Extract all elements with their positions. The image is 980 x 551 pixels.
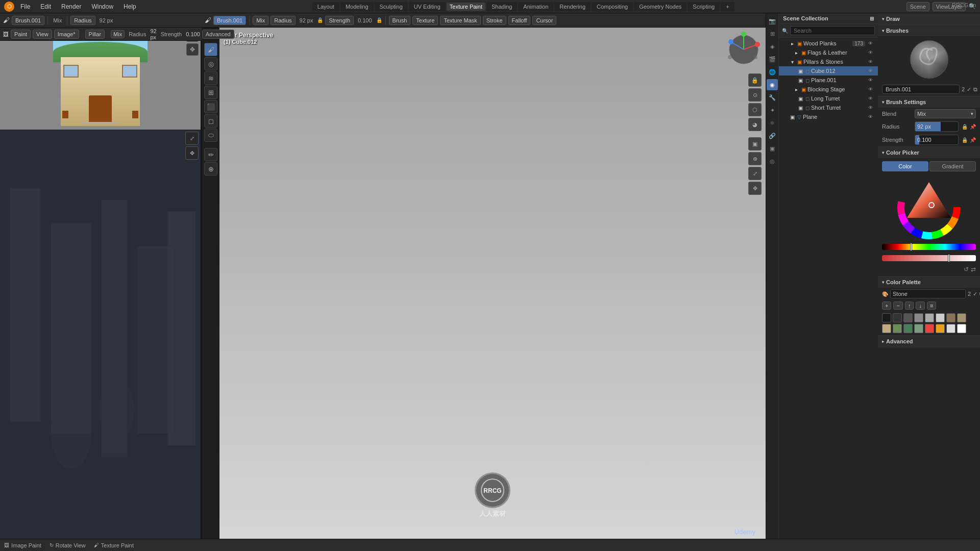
tab-geometry-nodes[interactable]: Geometry Nodes: [634, 2, 687, 11]
tab-uv-editing[interactable]: UV Editing: [409, 2, 446, 11]
swatch-13[interactable]: [936, 324, 945, 333]
tool-mask[interactable]: ⬭: [204, 129, 217, 142]
right-icon-object[interactable]: ◉: [767, 79, 778, 90]
tree-item-flags[interactable]: ▸ ▣ Flags & Leather 👁: [779, 48, 878, 57]
color-picker-header[interactable]: ▾ Color Picker: [878, 147, 980, 158]
tab-texture-paint[interactable]: Texture Paint: [447, 3, 485, 11]
tab-layout[interactable]: Layout: [312, 2, 339, 11]
vp-xray-btn[interactable]: ⬡: [748, 103, 762, 116]
tab-add[interactable]: +: [721, 2, 734, 11]
vp-shading-btn[interactable]: ◕: [748, 118, 762, 131]
image-btn[interactable]: Image*: [54, 30, 79, 39]
brush-selector[interactable]: Brush.001: [12, 16, 44, 25]
strength-lock-icon[interactable]: 🔒: [376, 17, 382, 23]
viewport-gizmo[interactable]: [726, 32, 762, 67]
right-icon-constraints[interactable]: 🔗: [767, 130, 778, 141]
tab-animation[interactable]: Animation: [518, 2, 553, 11]
brush-copy-btn[interactable]: ⧉: [973, 86, 977, 93]
swatch-3[interactable]: [914, 313, 923, 322]
palette-down-btn[interactable]: ↓: [916, 302, 925, 310]
paint-mode-btn[interactable]: Paint: [11, 30, 31, 39]
tree-item-short-turret[interactable]: ▣ ◻ Short Turret 👁: [779, 103, 878, 112]
tool-cursor[interactable]: ⊕: [204, 162, 217, 176]
tree-item-long-turret[interactable]: ▣ ◻ Long Turret 👁: [779, 94, 878, 103]
color-wheel[interactable]: [896, 174, 962, 241]
hue-bar[interactable]: [882, 244, 976, 250]
radius-slider[interactable]: 92 px: [915, 121, 959, 132]
radius-label[interactable]: Radius: [70, 16, 95, 25]
scene-search-input[interactable]: [790, 26, 875, 35]
palette-sort-btn[interactable]: ≡: [927, 302, 936, 310]
tool-smear[interactable]: ≋: [204, 71, 217, 85]
tree-vis-flags[interactable]: 👁: [867, 49, 874, 56]
tab-compositing[interactable]: Compositing: [592, 2, 633, 11]
strength-slider[interactable]: 0.100: [915, 135, 959, 145]
blend-vp[interactable]: Mix: [253, 16, 268, 25]
tab-rendering[interactable]: Rendering: [554, 2, 591, 11]
color-tab-gradient[interactable]: Gradient: [929, 161, 976, 171]
tree-vis-wood[interactable]: 👁: [867, 40, 874, 47]
swatch-14[interactable]: [946, 324, 955, 333]
palette-minus-btn[interactable]: −: [893, 302, 902, 310]
viewport-3d[interactable]: User Perspective (1) Cube.012 🔒 ⊙ ⬡ ◕ ▣ …: [219, 28, 766, 539]
swatch-0[interactable]: [882, 313, 891, 322]
tree-item-blocking[interactable]: ▸ ▣ Blocking Stage 👁: [779, 85, 878, 94]
swatch-2[interactable]: [903, 313, 913, 322]
vp-perspective-btn[interactable]: ▣: [748, 137, 762, 151]
tree-item-pillars[interactable]: ▾ ▣ Pillars & Stones 👁: [779, 57, 878, 66]
view-btn[interactable]: View: [33, 30, 52, 39]
tool-clone[interactable]: ⊞: [204, 86, 217, 99]
strength-pin-btn[interactable]: 📌: [970, 137, 976, 143]
menu-window[interactable]: Window: [87, 2, 117, 11]
swatch-9[interactable]: [893, 324, 902, 333]
cursor-btn[interactable]: Cursor: [532, 16, 556, 25]
palette-add-btn[interactable]: +: [882, 302, 891, 310]
right-icon-view[interactable]: ◈: [767, 41, 778, 52]
tab-modeling[interactable]: Modeling: [340, 2, 374, 11]
strength-vp[interactable]: Strength: [325, 16, 354, 25]
tree-vis-short-turret[interactable]: 👁: [867, 104, 874, 111]
tree-vis-cube012[interactable]: 👁: [867, 67, 874, 74]
tree-item-plane[interactable]: ▣ ▽ Plane 👁: [779, 112, 878, 121]
brush-settings-header[interactable]: ▾ Brush Settings: [878, 96, 980, 108]
tree-vis-plane001[interactable]: 👁: [867, 77, 874, 84]
swatch-6[interactable]: [946, 313, 955, 322]
menu-edit[interactable]: Edit: [36, 2, 55, 11]
tool-erase[interactable]: ◻: [204, 114, 217, 128]
vp-zoom-btn[interactable]: ⤢: [748, 167, 762, 180]
right-icon-world[interactable]: 🌐: [767, 66, 778, 78]
tree-vis-blocking[interactable]: 👁: [867, 86, 874, 93]
sv-bar[interactable]: [882, 255, 976, 261]
brush-checkmark-btn[interactable]: ✓: [967, 86, 971, 93]
brush-name-vp[interactable]: Brush.001: [213, 16, 246, 25]
tree-item-wood-planks[interactable]: ▸ ▣ Wood Planks 173 👁: [779, 39, 878, 48]
texture-btn[interactable]: Texture: [412, 16, 438, 25]
vp-lock-btn[interactable]: 🔒: [748, 73, 762, 87]
right-icon-material[interactable]: ◎: [767, 156, 778, 167]
tree-vis-pillars[interactable]: 👁: [867, 58, 874, 65]
brush-name-input[interactable]: [882, 85, 960, 94]
swatch-10[interactable]: [903, 324, 913, 333]
color-tab-color[interactable]: Color: [882, 161, 928, 171]
tree-vis-plane[interactable]: 👁: [867, 113, 874, 120]
right-icon-data[interactable]: ▣: [767, 143, 778, 154]
tree-vis-long-turret[interactable]: 👁: [867, 95, 874, 102]
preview-pan-icon[interactable]: ✥: [186, 43, 199, 56]
blend-select[interactable]: Mix ▾: [915, 109, 976, 118]
engine-dropdown[interactable]: Scene: [906, 2, 929, 11]
tab-sculpting[interactable]: Sculpting: [375, 2, 408, 11]
tool-annotate[interactable]: ✏: [204, 148, 217, 161]
radius-lock-btn[interactable]: 🔒: [962, 124, 968, 130]
advanced-section-header[interactable]: ▸ Advanced: [878, 336, 980, 347]
swatch-4[interactable]: [925, 313, 934, 322]
texture-mask-btn[interactable]: Texture Mask: [440, 16, 480, 25]
radius-lock-icon[interactable]: 🔒: [317, 17, 323, 23]
right-icon-scene[interactable]: 🎬: [767, 54, 778, 65]
swatch-11[interactable]: [914, 324, 923, 333]
tool-fill[interactable]: ⬛: [204, 100, 217, 113]
draw-section-header[interactable]: ▾ Draw: [878, 13, 980, 24]
swatch-5[interactable]: [936, 313, 945, 322]
radius-pin-btn[interactable]: 📌: [970, 124, 976, 130]
right-icon-physics[interactable]: ⚛: [767, 117, 778, 129]
swatch-8[interactable]: [882, 324, 891, 333]
